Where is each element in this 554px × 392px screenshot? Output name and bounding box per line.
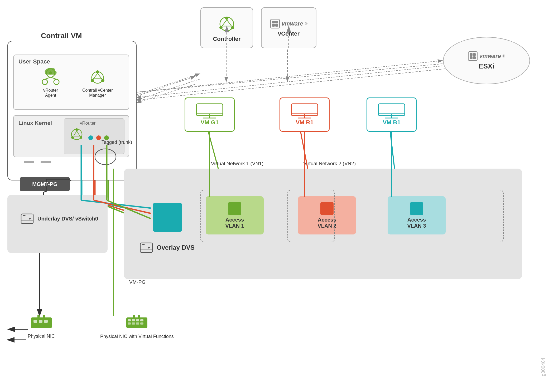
mgmt-pg-label: MGMT-PG (32, 181, 57, 187)
svg-rect-109 (43, 315, 45, 318)
svg-rect-62 (275, 21, 278, 23)
svg-rect-117 (136, 322, 139, 325)
overlay-dvs-box: Overlay DVS VM-PG AccessVLAN 1 AccessVLA… (124, 169, 522, 279)
diagram-container: User Space vRouterAgent (0, 0, 554, 392)
svg-rect-115 (128, 322, 131, 325)
svg-line-11 (137, 68, 448, 100)
svg-rect-106 (39, 320, 42, 323)
svg-rect-119 (133, 315, 135, 318)
vn2-dashed-box (287, 190, 504, 242)
svg-rect-114 (140, 319, 143, 321)
tagged-trunk-label: Tagged (trunk) (102, 140, 132, 145)
underlay-dvs-switch-icon (21, 213, 34, 224)
svg-rect-60 (271, 19, 280, 28)
vmware-icon-vcenter (270, 19, 280, 29)
svg-rect-105 (33, 320, 37, 323)
svg-point-55 (219, 26, 223, 29)
svg-line-126 (137, 66, 442, 97)
vm-b1-monitor (377, 103, 406, 119)
overlay-dvs-label: Overlay DVS (157, 244, 195, 251)
vm-g1-box: VM G1 (185, 97, 235, 132)
vm-b1-label: VM B1 (383, 119, 400, 126)
overlay-dvs-label-area: Overlay DVS (140, 242, 195, 253)
esxi-label: ESXi (479, 62, 494, 70)
svg-rect-64 (275, 24, 278, 27)
svg-point-34 (42, 79, 47, 85)
svg-point-85 (95, 149, 116, 165)
svg-rect-95 (21, 214, 33, 223)
svg-line-37 (51, 77, 56, 79)
vm-r1-label: VM R1 (296, 119, 313, 126)
user-space-label: User Space (18, 58, 50, 65)
svg-line-50 (74, 131, 77, 136)
svg-line-57 (222, 20, 227, 26)
svg-rect-113 (136, 319, 139, 321)
svg-point-84 (391, 114, 392, 115)
vm-pg-box (153, 203, 182, 232)
physical-nic-vf-label: Physical NIC with Virtual Functions (100, 334, 174, 340)
svg-rect-68 (470, 56, 473, 59)
vmware-logo-esxi: vmware ® (468, 51, 505, 61)
linux-kernel-label: Linux Kernel (18, 120, 52, 126)
vmware-text-esxi: vmware (479, 53, 501, 60)
svg-point-54 (225, 17, 228, 20)
svg-rect-107 (44, 320, 48, 323)
vm-g1-label: VM G1 (201, 119, 219, 126)
physical-nic-vf-icon (125, 313, 149, 332)
underlay-dvs-box: Underlay DVS/ vSwitch0 (7, 195, 108, 253)
physical-nic-left: Physical NIC (28, 313, 55, 339)
physical-nic-label: Physical NIC (28, 334, 55, 339)
vrouter-agent-icon: vRouterAgent (40, 68, 61, 98)
svg-point-40 (96, 70, 99, 74)
svg-rect-116 (132, 322, 135, 325)
physical-nic-vf: Physical NIC with Virtual Functions (100, 313, 174, 340)
controller-box: Controller (200, 7, 253, 48)
vm-r1-monitor (290, 103, 319, 119)
vmware-text-vcenter: vmware (282, 20, 303, 27)
svg-point-49 (80, 136, 82, 139)
svg-rect-111 (128, 319, 131, 321)
svg-point-79 (304, 114, 305, 115)
svg-rect-120 (138, 315, 140, 318)
svg-line-8 (137, 76, 195, 96)
svg-line-44 (98, 74, 102, 79)
vn2-label: Virtual Network 2 (VN2) (303, 161, 356, 166)
svg-rect-86 (140, 243, 152, 252)
vm-b1-box: VM B1 (367, 97, 417, 132)
svg-rect-63 (272, 24, 275, 27)
svg-point-42 (101, 79, 104, 82)
svg-point-48 (71, 136, 74, 139)
vrouter-kernel-label: vRouter (80, 121, 96, 126)
svg-line-125 (137, 61, 442, 92)
contrail-vcenter-manager-icon: Contrail vCenterManager (82, 68, 113, 98)
vrouter-agent-label: vRouterAgent (40, 88, 61, 98)
svg-rect-108 (37, 315, 40, 318)
svg-line-43 (93, 74, 98, 79)
svg-rect-66 (470, 53, 473, 56)
vmware-logo-vcenter: vmware ® (270, 19, 307, 29)
physical-nic-icon (30, 313, 53, 332)
vm-bottom-decoration (24, 161, 51, 163)
svg-rect-112 (132, 319, 135, 321)
vmware-icon-esxi (468, 51, 478, 61)
svg-line-124 (137, 79, 200, 100)
mgmt-pg-box: MGMT-PG (20, 177, 70, 191)
overlay-dvs-switch-icon (140, 242, 153, 253)
svg-rect-61 (272, 21, 275, 23)
svg-line-51 (77, 131, 80, 136)
contrail-vm-label: Contrail VM (41, 32, 82, 40)
vmware-registered-esxi: ® (503, 54, 505, 58)
svg-rect-69 (473, 56, 476, 59)
svg-line-36 (45, 77, 51, 79)
svg-rect-67 (473, 53, 476, 56)
vmware-registered-vcenter: ® (305, 22, 307, 26)
svg-rect-65 (468, 52, 477, 61)
vm-pg-text: VM-PG (129, 279, 146, 285)
underlay-dvs-label: Underlay DVS/ vSwitch0 (37, 215, 98, 222)
svg-line-58 (227, 20, 232, 26)
contrail-vcenter-manager-label: Contrail vCenterManager (82, 88, 113, 98)
svg-line-10 (137, 63, 448, 92)
svg-rect-118 (140, 322, 143, 325)
svg-point-74 (209, 114, 210, 115)
svg-point-56 (231, 26, 234, 29)
